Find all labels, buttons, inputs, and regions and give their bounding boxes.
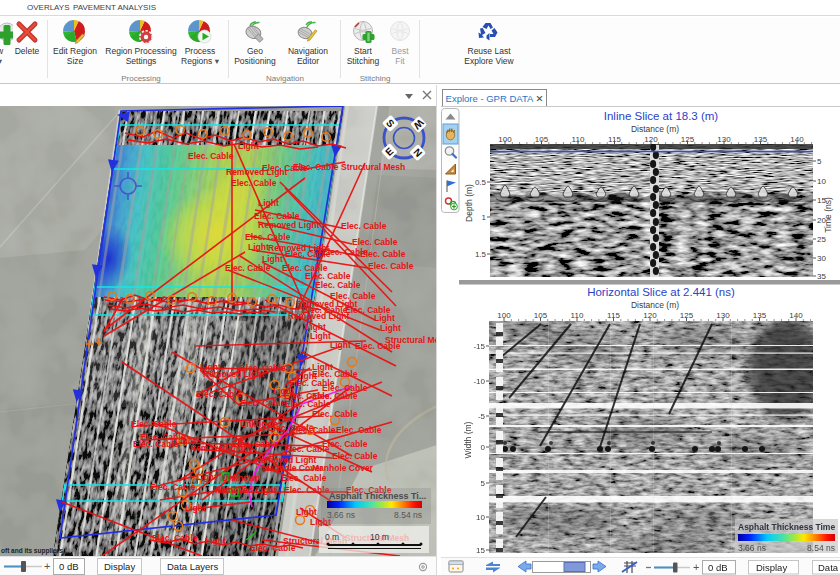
svg-text:Inline Slice at 18.3 (m): Inline Slice at 18.3 (m) <box>604 110 719 122</box>
svg-text:1.5: 1.5 <box>475 250 487 259</box>
svg-text:Elec. Cable: Elec. Cable <box>240 398 286 408</box>
svg-text:Light: Light <box>196 472 217 482</box>
svg-text:Elec. Cable: Elec. Cable <box>152 533 198 543</box>
svg-text:-10: -10 <box>473 377 485 386</box>
svg-text:Elec. Cable: Elec. Cable <box>368 261 414 271</box>
svg-text:Elec. Cable: Elec. Cable <box>240 363 286 373</box>
svg-text:Light: Light <box>380 323 401 333</box>
svg-text:Elec. Cable: Elec. Cable <box>312 391 358 401</box>
svg-text:0 dB: 0 dB <box>59 561 79 572</box>
svg-text:Light: Light <box>296 507 317 517</box>
svg-text:Distance (m): Distance (m) <box>631 300 679 310</box>
svg-text:Distance (m): Distance (m) <box>631 124 679 134</box>
svg-text:Elec. Cable: Elec. Cable <box>312 369 358 379</box>
svg-text:Light: Light <box>238 141 259 151</box>
svg-text:Elec. Cable: Elec. Cable <box>231 178 277 188</box>
svg-text:Elec. Cable: Elec. Cable <box>131 419 177 429</box>
svg-text:oft and its suppliers: oft and its suppliers <box>1 547 63 555</box>
svg-text:Display: Display <box>756 562 787 573</box>
svg-text:Time (ns): Time (ns) <box>823 197 833 233</box>
svg-text:Elec. Cable: Elec. Cable <box>302 305 348 315</box>
svg-text:5: 5 <box>817 157 822 166</box>
svg-text:8.54 ns: 8.54 ns <box>394 510 422 520</box>
svg-text:Unknown: Unknown <box>222 473 260 483</box>
svg-text:Elec. Cable: Elec. Cable <box>355 341 401 351</box>
svg-text:Data: Data <box>818 562 839 573</box>
svg-text:Elec. Cable: Elec. Cable <box>332 451 378 461</box>
svg-text:Data Layers: Data Layers <box>167 561 218 572</box>
svg-text:Removed Light: Removed Light <box>215 485 277 495</box>
svg-text:Light: Light <box>248 242 269 252</box>
svg-text:3.66 ns: 3.66 ns <box>738 543 766 553</box>
svg-text:-5: -5 <box>478 412 486 421</box>
svg-text:10: 10 <box>476 513 485 522</box>
svg-text:Elec. Cable: Elec. Cable <box>290 425 336 435</box>
svg-text:0 dB: 0 dB <box>708 562 728 573</box>
svg-text:0 m: 0 m <box>325 532 339 542</box>
svg-text:Horizontal Slice at 2.441 (ns): Horizontal Slice at 2.441 (ns) <box>587 286 735 298</box>
svg-text:Light: Light <box>310 331 331 341</box>
svg-text:15: 15 <box>476 546 485 555</box>
svg-text:25: 25 <box>817 235 826 244</box>
svg-text:Light: Light <box>185 503 206 513</box>
svg-text:Light: Light <box>205 536 226 546</box>
svg-text:10 m: 10 m <box>370 532 389 542</box>
svg-text:Elec. Cable: Elec. Cable <box>225 263 271 273</box>
svg-text:Elec. Cable: Elec. Cable <box>352 237 398 247</box>
svg-text:1: 1 <box>482 213 487 222</box>
svg-text:Elec. Cable: Elec. Cable <box>281 473 327 483</box>
svg-text:10: 10 <box>817 177 826 186</box>
svg-text:Removed Light: Removed Light <box>258 220 320 230</box>
svg-text:Light: Light <box>330 340 351 350</box>
svg-text:5: 5 <box>481 479 486 488</box>
svg-text:Width (m): Width (m) <box>463 421 473 458</box>
svg-text:Elec. Cable: Elec. Cable <box>312 409 358 419</box>
svg-text:Elec. Cable: Elec. Cable <box>322 247 368 257</box>
svg-text:-15: -15 <box>473 342 485 351</box>
svg-text:Light: Light <box>374 313 395 323</box>
svg-text:30: 30 <box>817 254 826 263</box>
svg-text:Elec. Cable: Elec. Cable <box>150 482 196 492</box>
svg-text:0: 0 <box>481 443 486 452</box>
svg-text:Light: Light <box>258 198 279 208</box>
svg-text:Elec. Cable: Elec. Cable <box>245 232 291 242</box>
svg-text:Structural Mesh: Structural Mesh <box>341 162 405 172</box>
svg-text:0.5: 0.5 <box>475 178 487 187</box>
svg-text:8.54 ns: 8.54 ns <box>807 543 835 553</box>
svg-text:Depth (m): Depth (m) <box>464 184 474 222</box>
svg-text:+: + <box>44 560 50 572</box>
svg-text:Elec. Cable: Elec. Cable <box>188 151 234 161</box>
svg-text:Elec. Cable: Elec. Cable <box>232 439 278 449</box>
svg-text:Display: Display <box>104 561 135 572</box>
svg-text:Asphalt Thickness Time: Asphalt Thickness Time <box>738 522 835 532</box>
svg-text:Asphalt Thickness Ti...: Asphalt Thickness Ti... <box>329 491 426 501</box>
svg-text:Elec. Cable: Elec. Cable <box>322 439 368 449</box>
svg-text:Elec. Cable: Elec. Cable <box>196 389 242 399</box>
svg-text:Manhole Cover: Manhole Cover <box>312 463 374 473</box>
svg-text:Elec. Cable: Elec. Cable <box>293 162 339 172</box>
svg-text:Elec. Cable: Elec. Cable <box>133 439 179 449</box>
svg-text:35: 35 <box>817 272 826 281</box>
svg-text:+: + <box>693 561 699 573</box>
svg-text:3.66 ns: 3.66 ns <box>327 510 355 520</box>
svg-text:Elec. Cable: Elec. Cable <box>336 425 382 435</box>
svg-text:Elec. Cable: Elec. Cable <box>315 280 361 290</box>
svg-text:Elec. Cable: Elec. Cable <box>341 221 387 231</box>
